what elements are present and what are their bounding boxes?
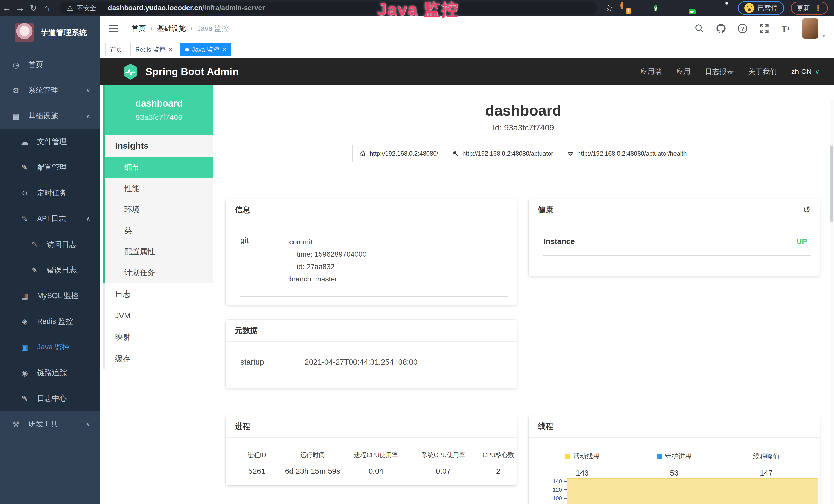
y-tickmark xyxy=(564,489,567,490)
sidebar-item-trace[interactable]: ◉ 链路追踪 xyxy=(0,360,100,386)
legend-value: 143 xyxy=(536,468,628,477)
browser-home-icon[interactable]: ⌂ xyxy=(40,3,53,13)
sidebar-item-label: 配置管理 xyxy=(37,162,67,173)
sidebar-item-label: API 日志 xyxy=(37,214,66,224)
help-icon[interactable]: ? xyxy=(737,23,748,34)
extension-colorzilla-icon[interactable]: 1 xyxy=(620,3,630,13)
sba-nav-applications[interactable]: 应用 xyxy=(676,67,691,76)
legend-label: 守护进程 xyxy=(665,452,692,461)
extension-grid-icon[interactable] xyxy=(671,3,680,13)
tab-redis-monitor[interactable]: Redis 监控 × xyxy=(130,43,177,56)
breadcrumb-separator: / xyxy=(151,24,153,32)
sba-nav-journal[interactable]: 日志报表 xyxy=(705,67,734,76)
sba-item-details[interactable]: 细节 xyxy=(105,157,213,178)
extension-switch-icon[interactable]: on xyxy=(688,3,697,13)
sidebar-item-home[interactable]: ◷ 首页 xyxy=(0,52,100,77)
sidebar-item-error-log[interactable]: ✎ 错误日志 xyxy=(0,257,100,283)
extension-leaf-icon[interactable] xyxy=(705,3,714,13)
sidebar-item-system[interactable]: ⚙ 系统管理 ∨ xyxy=(0,77,100,103)
sidebar-item-mysql[interactable]: ▦ MySQL 监控 xyxy=(0,283,100,308)
sba-logo-icon[interactable] xyxy=(123,63,138,80)
sidebar-item-log-center[interactable]: ✎ 日志中心 xyxy=(0,386,100,411)
security-label[interactable]: 不安全 xyxy=(77,4,102,12)
sba-item-classes[interactable]: 类 xyxy=(105,220,213,241)
tab-java-monitor[interactable]: Java 监控 × xyxy=(180,43,231,56)
sba-item-mappings[interactable]: 映射 xyxy=(105,326,213,348)
sidebar-item-access-log[interactable]: ✎ 访问日志 xyxy=(0,232,100,257)
breadcrumb-infra[interactable]: 基础设施 xyxy=(157,24,186,33)
tab-home[interactable]: 首页 xyxy=(105,43,127,56)
sidebar-item-job[interactable]: ↻ 定时任务 xyxy=(0,180,100,206)
user-avatar[interactable] xyxy=(802,19,818,39)
avatar-caret-icon: ▾ xyxy=(822,33,825,40)
address-bar[interactable]: ⚠ 不安全 dashboard.yudao.iocoder.cn /infra/… xyxy=(60,2,597,15)
sba-locale-select[interactable]: zh-CN ∨ xyxy=(791,68,820,76)
scrollbar-track[interactable] xyxy=(830,100,834,504)
sba-item-caches[interactable]: 缓存 xyxy=(105,348,213,369)
sidebar-item-redis[interactable]: ◈ Redis 监控 xyxy=(0,308,100,334)
legend-value: 147 xyxy=(720,468,812,477)
sba-item-logs[interactable]: 日志 xyxy=(105,283,213,305)
sba-item-environment[interactable]: 环境 xyxy=(105,199,213,220)
git-commit-line: commit: xyxy=(289,236,367,248)
insights-group: Insights 细节 性能 环境 类 配置属性 计划任务 xyxy=(103,135,213,283)
sba-brand[interactable]: Spring Boot Admin xyxy=(146,66,239,77)
close-icon[interactable]: × xyxy=(169,46,172,53)
bookmark-star-icon[interactable]: ☆ xyxy=(605,3,613,13)
sidebar-item-label: 文件管理 xyxy=(37,137,67,147)
sidebar-item-file[interactable]: ☁ 文件管理 xyxy=(0,129,100,155)
health-card-title: 健康 xyxy=(538,205,553,215)
sba-body: dashboard 93a3fc7f7409 Insights 细节 性能 环境… xyxy=(100,85,834,504)
hamburger-icon[interactable] xyxy=(109,24,119,33)
process-card: 进程 进程ID5261 运行时间6d 23h 15m 59s 进程CPU使用率0… xyxy=(225,415,517,485)
browser-forward-icon[interactable]: → xyxy=(13,3,27,13)
sba-nav-wallboard[interactable]: 应用墙 xyxy=(640,67,662,76)
sba-nav-about[interactable]: 关于我们 xyxy=(748,67,777,76)
health-url-button[interactable]: http://192.168.0.2:48080/actuator/health xyxy=(560,145,694,162)
process-value: 6d 23h 15m 59s xyxy=(284,467,341,476)
browser-menu-dots-icon[interactable]: ⋮ xyxy=(814,4,822,13)
profile-paused-button[interactable]: 已暂停 xyxy=(738,1,784,15)
fullscreen-icon[interactable] xyxy=(759,23,770,34)
info-card: 信息 git commit: time: 1596289704000 id: 2… xyxy=(225,199,517,305)
on-badge: on xyxy=(688,9,696,14)
breadcrumb-home[interactable]: 首页 xyxy=(132,24,146,33)
main-area: 首页 / 基础设施 / Java 监控 ? TT xyxy=(100,16,834,504)
breadcrumb-current: Java 监控 xyxy=(197,24,229,33)
font-size-icon[interactable]: TT xyxy=(780,23,791,34)
browser-update-button[interactable]: 更新 ⋮ xyxy=(791,2,828,15)
sidebar-logo-row[interactable]: 芋道管理系统 xyxy=(0,16,100,49)
browser-back-icon[interactable]: ← xyxy=(0,3,13,13)
metadata-card: 元数据 startup 2021-04-27T00:44:31.254+08:0… xyxy=(225,320,517,388)
sidebar-item-java[interactable]: ▣ Java 监控 xyxy=(0,334,100,360)
close-icon[interactable]: × xyxy=(222,46,226,53)
sidebar-item-label: Java 监控 xyxy=(37,342,70,352)
history-icon[interactable]: ↺ xyxy=(803,204,811,215)
sidebar-item-devtools[interactable]: ⚒ 研发工具 ∨ xyxy=(0,411,100,437)
sidebar-item-api-log[interactable]: ✎ API 日志 ∧ xyxy=(0,206,100,232)
service-url-button[interactable]: http://192.168.0.2:48080/ xyxy=(352,145,445,162)
status-badge: UP xyxy=(796,237,807,246)
extension-y-icon[interactable]: y xyxy=(654,3,663,13)
database-icon: ▦ xyxy=(20,292,30,300)
extension-puzzle-icon[interactable] xyxy=(722,3,731,13)
sidebar-item-label: 链路追踪 xyxy=(37,368,67,378)
sidebar-item-config[interactable]: ✎ 配置管理 xyxy=(0,155,100,180)
process-header: 运行时间 xyxy=(284,451,341,459)
sba-item-jvm[interactable]: JVM xyxy=(105,305,213,326)
cloud-upload-icon: ☁ xyxy=(20,137,30,146)
service-url-label: http://192.168.0.2:48080/ xyxy=(370,150,438,157)
instance-header[interactable]: dashboard 93a3fc7f7409 xyxy=(103,85,213,135)
git-id-line: id: 27aa832 xyxy=(289,260,367,273)
actuator-url-button[interactable]: http://192.168.0.2:48080/actuator xyxy=(445,145,561,162)
sidebar-item-infra[interactable]: ▤ 基础设施 ∧ xyxy=(0,103,100,129)
sba-item-metrics[interactable]: 性能 xyxy=(105,178,213,199)
sba-item-configprops[interactable]: 配置属性 xyxy=(105,241,213,262)
browser-reload-icon[interactable]: ↻ xyxy=(27,3,40,13)
sba-item-scheduled-tasks[interactable]: 计划任务 xyxy=(105,262,213,283)
extension-pin-icon[interactable] xyxy=(637,3,646,13)
github-icon[interactable] xyxy=(716,23,726,34)
search-icon[interactable] xyxy=(694,23,705,34)
scrollbar-thumb[interactable] xyxy=(830,145,833,222)
app-title: 芋道管理系统 xyxy=(41,27,87,38)
